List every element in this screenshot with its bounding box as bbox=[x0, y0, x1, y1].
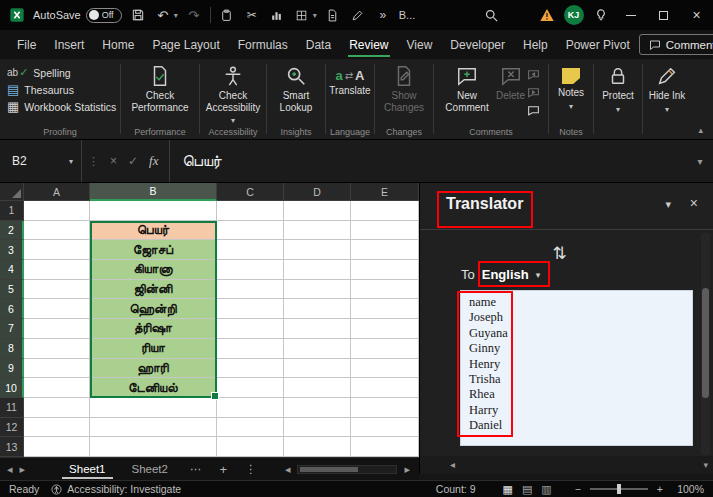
cell-B5[interactable]: ஜின்னி bbox=[90, 280, 217, 300]
menu-tab-developer[interactable]: Developer bbox=[441, 30, 514, 59]
cell-A4[interactable] bbox=[24, 260, 90, 280]
select-all-button[interactable] bbox=[0, 183, 24, 201]
cell-B8[interactable]: ரியா bbox=[90, 339, 217, 359]
cell-C8[interactable] bbox=[217, 339, 284, 359]
column-header-B[interactable]: B bbox=[90, 183, 217, 201]
cell-B11[interactable] bbox=[90, 398, 217, 418]
document-icon[interactable] bbox=[324, 6, 342, 24]
cell-A1[interactable] bbox=[24, 201, 90, 221]
search-icon[interactable] bbox=[482, 6, 500, 24]
confirm-entry-icon[interactable]: ✓ bbox=[128, 154, 138, 168]
cell-E2[interactable] bbox=[351, 221, 419, 241]
scroll-down-icon[interactable]: ▾ bbox=[703, 460, 708, 470]
qat-overflow-label[interactable]: B... bbox=[399, 9, 416, 21]
cell-D4[interactable] bbox=[284, 260, 351, 280]
cell-E11[interactable] bbox=[351, 398, 419, 418]
thesaurus-button[interactable]: ▤ Thesaurus bbox=[4, 82, 116, 97]
workbook-statistics-button[interactable]: ▦ Workbook Statistics bbox=[4, 99, 116, 114]
autosave-control[interactable]: AutoSave Off bbox=[33, 8, 122, 23]
zoom-slider-thumb[interactable] bbox=[617, 484, 621, 494]
zoom-level[interactable]: 100% bbox=[672, 483, 704, 495]
scrollbar-thumb[interactable] bbox=[300, 467, 358, 472]
row-header-1[interactable]: 1 bbox=[0, 201, 24, 221]
cell-C6[interactable] bbox=[217, 299, 284, 319]
add-sheet-button[interactable]: + bbox=[210, 462, 236, 477]
menu-tab-view[interactable]: View bbox=[398, 30, 442, 59]
cell-A3[interactable] bbox=[24, 240, 90, 260]
cell-C13[interactable] bbox=[217, 437, 284, 457]
cell-A7[interactable] bbox=[24, 319, 90, 339]
row-header-2[interactable]: 2 bbox=[0, 221, 24, 241]
sheet-tab-sheet1[interactable]: Sheet1 bbox=[56, 458, 118, 480]
previous-sheet-icon[interactable]: ◂ bbox=[0, 463, 20, 476]
cell-B13[interactable] bbox=[90, 437, 217, 457]
pane-close-icon[interactable]: × bbox=[690, 195, 698, 211]
cell-E13[interactable] bbox=[351, 437, 419, 457]
row-header-13[interactable]: 13 bbox=[0, 437, 24, 457]
cell-C5[interactable] bbox=[217, 280, 284, 300]
column-header-A[interactable]: A bbox=[24, 183, 90, 201]
cell-E6[interactable] bbox=[351, 299, 419, 319]
cancel-entry-icon[interactable]: × bbox=[110, 154, 117, 168]
ink-pen-icon[interactable] bbox=[349, 6, 367, 24]
cell-C12[interactable] bbox=[217, 418, 284, 438]
row-header-9[interactable]: 9 bbox=[0, 359, 24, 379]
lightbulb-icon[interactable] bbox=[587, 0, 614, 30]
cell-D2[interactable] bbox=[284, 221, 351, 241]
normal-view-icon[interactable]: ▦ bbox=[503, 483, 513, 496]
menu-tab-insert[interactable]: Insert bbox=[45, 30, 93, 59]
cell-E3[interactable] bbox=[351, 240, 419, 260]
show-comments-icon[interactable] bbox=[527, 104, 540, 117]
row-header-12[interactable]: 12 bbox=[0, 418, 24, 438]
cell-E12[interactable] bbox=[351, 418, 419, 438]
chart-icon[interactable] bbox=[268, 6, 286, 24]
swap-languages-icon[interactable]: ⇅ bbox=[420, 243, 699, 264]
cell-D1[interactable] bbox=[284, 201, 351, 221]
cell-C11[interactable] bbox=[217, 398, 284, 418]
row-header-11[interactable]: 11 bbox=[0, 398, 24, 418]
page-layout-view-icon[interactable]: ▤ bbox=[522, 483, 532, 496]
cell-D5[interactable] bbox=[284, 280, 351, 300]
cell-E4[interactable] bbox=[351, 260, 419, 280]
spelling-button[interactable]: ab✓ Spelling bbox=[4, 65, 116, 80]
chevron-down-icon[interactable]: ▾ bbox=[313, 11, 317, 20]
horizontal-scrollbar[interactable]: ◂ ▸ bbox=[278, 463, 417, 476]
undo-icon[interactable]: ↶ bbox=[154, 6, 172, 24]
cell-B1[interactable] bbox=[90, 201, 217, 221]
cell-C9[interactable] bbox=[217, 359, 284, 379]
cell-A8[interactable] bbox=[24, 339, 90, 359]
cell-B7[interactable]: த்ரிஷா bbox=[90, 319, 217, 339]
cell-D12[interactable] bbox=[284, 418, 351, 438]
cell-D13[interactable] bbox=[284, 437, 351, 457]
row-header-6[interactable]: 6 bbox=[0, 299, 24, 319]
scroll-right-icon[interactable]: ▸ bbox=[397, 463, 417, 476]
cell-D8[interactable] bbox=[284, 339, 351, 359]
cell-C3[interactable] bbox=[217, 240, 284, 260]
menu-tab-page-layout[interactable]: Page Layout bbox=[143, 30, 228, 59]
menu-tab-help[interactable]: Help bbox=[514, 30, 557, 59]
cell-C1[interactable] bbox=[217, 201, 284, 221]
row-header-4[interactable]: 4 bbox=[0, 260, 24, 280]
protect-button[interactable]: Protect ▾ bbox=[602, 59, 634, 139]
zoom-slider[interactable] bbox=[590, 488, 648, 490]
cell-D6[interactable] bbox=[284, 299, 351, 319]
cell-B9[interactable]: ஹாரி bbox=[90, 359, 217, 379]
row-header-7[interactable]: 7 bbox=[0, 319, 24, 339]
menu-tab-file[interactable]: File bbox=[8, 30, 45, 59]
cell-C7[interactable] bbox=[217, 319, 284, 339]
close-window-button[interactable]: × bbox=[680, 0, 713, 30]
row-header-10[interactable]: 10 bbox=[0, 378, 24, 398]
cell-D7[interactable] bbox=[284, 319, 351, 339]
sheet-tab-sheet2[interactable]: Sheet2 bbox=[119, 458, 181, 480]
zoom-out-button[interactable]: − bbox=[575, 483, 581, 495]
chevron-down-icon[interactable]: ▾ bbox=[536, 270, 541, 280]
save-icon[interactable] bbox=[129, 6, 147, 24]
avatar[interactable]: KJ bbox=[560, 0, 587, 30]
cell-B4[interactable]: கியானா bbox=[90, 260, 217, 280]
cell-B10[interactable]: டேனியல் bbox=[90, 378, 217, 398]
name-box[interactable]: B2 ▾ bbox=[0, 140, 82, 182]
more-commands-icon[interactable]: » bbox=[374, 6, 392, 24]
page-break-view-icon[interactable]: ▥ bbox=[541, 483, 551, 496]
cell-A10[interactable] bbox=[24, 378, 90, 398]
column-header-D[interactable]: D bbox=[284, 183, 351, 201]
